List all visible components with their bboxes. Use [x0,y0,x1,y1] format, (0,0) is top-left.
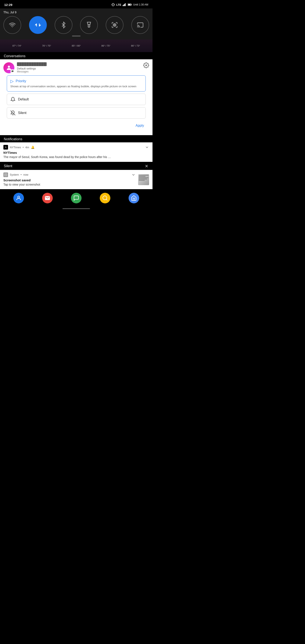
data-toggle-tile[interactable] [29,16,47,34]
svg-rect-0 [112,4,114,6]
silent-option[interactable]: Silent [7,107,146,119]
system-time-value: now [23,173,28,176]
screenshot-meta: System • now [4,172,28,177]
svg-point-13 [8,66,10,68]
conversations-section-header: Conversations [0,52,152,59]
nytimes-icon-text: N [5,146,6,148]
contact-source: Messages [17,70,141,73]
settings-gear-icon[interactable] [143,62,149,68]
notification-header: N NYTimes • 4m 🔔 [4,145,149,150]
flashlight-icon [86,22,92,28]
dock-icon-1[interactable] [13,193,24,203]
weather-strip: 87° / 74° 76° / 75° 85° / 80° 86° / 75° … [0,40,152,52]
default-option-row: Default [10,97,142,102]
quick-tiles-row [4,16,149,34]
lte-indicator: LTE [116,3,121,6]
svg-point-19 [18,196,20,198]
screenshot-notification[interactable]: System • now Screenshot saved Tap to vie… [0,170,152,190]
dock-icon-4-svg [102,195,108,201]
signal-icon [123,3,126,6]
svg-rect-2 [123,4,124,6]
notification-expand-icon[interactable] [145,145,149,149]
default-option[interactable]: Default [7,94,146,105]
screenshot-thumb-inner [138,174,149,185]
battery-icon [128,3,132,6]
dock-icon-4[interactable] [100,193,110,203]
screenshot-notification-expand-icon[interactable] [131,173,136,177]
apply-row: Apply [4,121,149,132]
apply-button[interactable]: Apply [134,122,146,129]
cast-tile[interactable] [131,16,149,34]
screenshot-notification-content: System • now Screenshot saved Tap to vie… [4,172,136,187]
priority-label: Priority [16,79,26,83]
weather-item-4: 86° / 75° [102,44,110,47]
thumb-line-4 [139,178,147,180]
screenshot-icon [111,22,118,28]
svg-point-11 [114,24,115,26]
priority-description: Shows at top of conversation section, ap… [10,84,142,88]
battery-text: Until 1:30 AM [133,3,148,6]
svg-rect-6 [131,4,132,5]
data-toggle-icon [34,22,41,28]
notification-time: • [23,146,24,149]
thumb-line-5 [139,180,145,181]
default-label: Default [18,98,29,101]
notification-title: NYTimes [4,151,149,154]
svg-rect-7 [128,4,130,5]
nytimes-notification[interactable]: N NYTimes • 4m 🔔 NYTimes The mayor of Se… [0,142,152,162]
wifi-icon [9,22,16,28]
notification-time-value: 4m [26,146,29,149]
quick-settings-date: Thu, Jul 9 [4,10,149,14]
priority-chevron-icon: ▷ [10,78,14,84]
thumb-line-3 [139,177,148,178]
silent-close-icon[interactable] [144,164,149,168]
contact-name-blurred [17,62,46,66]
priority-options: ▷ Priority Shows at top of conversation … [7,76,146,119]
bell-icon [10,97,16,102]
contact-default-settings: Default settings [17,67,141,70]
screenshot-notification-body: Tap to view your screenshot [4,182,136,187]
drag-handle[interactable] [72,36,80,36]
notifications-title: Notifications [4,137,22,141]
screenshot-notification-title: Screenshot saved [4,178,136,182]
dock-icon-2-svg [44,195,50,201]
system-app-icon [4,172,8,177]
dock-icon-5-svg [131,195,137,201]
system-time-dot: • [20,173,22,176]
bluetooth-icon [60,22,67,28]
thumb-line-2 [139,176,146,177]
status-time: 12:29 [4,3,12,6]
bottom-dock [0,190,152,206]
cast-icon [137,22,144,28]
silent-option-row: Silent [10,110,142,116]
notification-meta: N NYTimes • 4m 🔔 [4,145,34,150]
svg-line-15 [10,110,15,115]
silent-section-divider: Silent [0,162,152,170]
silent-label: Silent [18,111,26,115]
screenshot-tile[interactable] [106,16,124,34]
conversation-header: Default settings Messages [4,62,149,73]
notification-app-name: NYTimes [10,146,21,149]
svg-rect-1 [123,5,123,6]
svg-rect-3 [124,4,125,6]
svg-point-20 [103,196,107,200]
conversations-title: Conversations [4,54,26,58]
home-bar [62,208,90,209]
bluetooth-tile[interactable] [55,16,72,34]
flashlight-tile[interactable] [80,16,98,34]
silent-section-label: Silent [4,164,12,168]
weather-item-5: 86° / 73° [131,44,140,47]
bell-off-icon [10,110,16,116]
conversation-info: Default settings Messages [17,62,141,73]
quick-settings-panel: Thu, Jul 9 [0,8,152,40]
notifications-section-header: Notifications [0,135,152,142]
dock-icon-3[interactable] [71,193,82,203]
dock-icon-5[interactable] [128,193,139,203]
system-app-name: System [10,173,19,176]
wifi-tile[interactable] [4,16,21,34]
weather-item-2: 76° / 75° [42,44,51,47]
system-icon-svg [4,173,7,176]
priority-option[interactable]: ▷ Priority Shows at top of conversation … [7,76,146,92]
dock-icon-2[interactable] [42,193,53,203]
screenshot-notification-header: System • now [4,172,136,177]
